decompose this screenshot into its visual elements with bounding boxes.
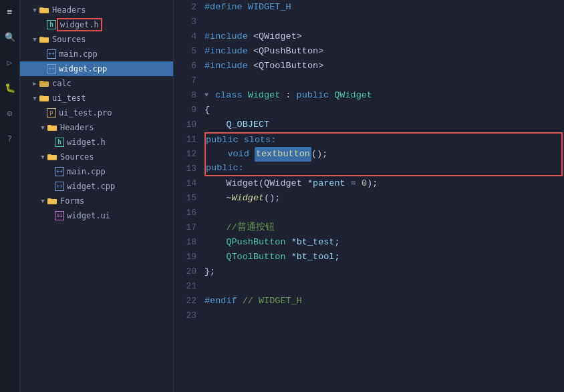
code-line: Widget(QWidget *parent = 0); xyxy=(204,176,564,191)
activity-bar: ≡ 🔍 ▷ 🐛 ⚙ ? xyxy=(0,0,20,392)
line-number: 22 xyxy=(176,294,196,309)
token: public slots: xyxy=(206,133,276,148)
debug-icon[interactable]: 🐛 xyxy=(3,80,17,95)
tree-item-calc[interactable]: ▶calc xyxy=(20,76,173,91)
code-line: #include <QWidget> xyxy=(204,29,564,44)
token: <QToolButton> xyxy=(253,59,323,73)
token: = xyxy=(345,176,362,191)
token: Widget(QWidget xyxy=(204,176,307,191)
folder-closed-icon xyxy=(39,78,49,89)
svg-rect-5 xyxy=(39,37,49,42)
file-explorer: ▼Headershwidget.h▼Sources++main.cpp++wid… xyxy=(20,0,174,392)
tree-item-ui-test-pro[interactable]: pui_test.pro xyxy=(20,106,173,120)
line-number: 18 xyxy=(176,235,196,250)
token: #include xyxy=(204,44,253,59)
pro-icon: p xyxy=(47,108,56,118)
tree-label: ui_test xyxy=(52,93,86,103)
tree-label: widget.h xyxy=(59,20,100,29)
tree-label: calc xyxy=(52,79,72,88)
code-line xyxy=(204,279,564,294)
tree-item-widget-h-top[interactable]: hwidget.h xyxy=(20,17,173,32)
svg-rect-7 xyxy=(39,81,49,87)
tree-item-main-cpp-top[interactable]: ++main.cpp xyxy=(20,47,173,61)
code-line: ▼ class Widget : public QWidget xyxy=(204,88,564,103)
line-number: 14 xyxy=(176,176,196,191)
tree-label: Headers xyxy=(52,5,86,15)
token: (); xyxy=(311,147,327,162)
line-number: 3 xyxy=(176,15,196,29)
run-icon[interactable]: ▷ xyxy=(3,55,17,69)
search-icon[interactable]: 🔍 xyxy=(3,29,17,44)
tree-label: Forms xyxy=(60,196,84,206)
settings-icon[interactable]: ⚙ xyxy=(3,106,17,120)
folder-open-icon xyxy=(39,93,49,104)
code-line: QToolButton *bt_tool; xyxy=(204,250,564,264)
code-line: #define WIDGET_H xyxy=(204,0,564,15)
svg-rect-16 xyxy=(47,155,57,160)
tree-item-headers-top[interactable]: ▼Headers xyxy=(20,3,173,17)
line-number: 19 xyxy=(176,250,196,264)
svg-rect-19 xyxy=(47,199,57,204)
token: 0 xyxy=(362,176,367,191)
token: #define WIDGET_H xyxy=(204,0,291,15)
h-icon: h xyxy=(55,138,64,147)
line-number: 2 xyxy=(176,0,196,15)
token: #endif xyxy=(204,294,243,309)
tree-label: Sources xyxy=(60,152,94,162)
editor-area: 234567891011121314151617181920212223 #de… xyxy=(174,0,564,392)
tree-item-sources-top[interactable]: ▼Sources xyxy=(20,32,173,47)
code-line: public slots: xyxy=(204,132,563,147)
line-number: 16 xyxy=(176,206,196,220)
code-line: { xyxy=(204,103,564,118)
code-line: void textbutton(); xyxy=(204,147,563,162)
token: ~ xyxy=(204,191,232,206)
line-number: 23 xyxy=(176,309,196,323)
folder-open-icon xyxy=(47,196,57,206)
token: }; xyxy=(204,264,215,279)
token: QWidget xyxy=(334,88,372,103)
fold-arrow-icon[interactable]: ▼ xyxy=(204,88,213,103)
token: : xyxy=(280,88,296,103)
folder-open-icon xyxy=(47,152,57,162)
tree-label: widget.cpp xyxy=(67,182,115,191)
token: (); xyxy=(264,191,280,206)
code-line xyxy=(204,309,564,323)
tree-label: widget.ui xyxy=(67,211,110,220)
code-line: public: xyxy=(204,162,563,176)
token: <QPushButton> xyxy=(253,44,323,59)
token: class xyxy=(215,88,248,103)
token: Widget xyxy=(232,191,265,206)
code-line: }; xyxy=(204,264,564,279)
tree-item-sources-2[interactable]: ▼Sources xyxy=(20,150,173,164)
tree-item-ui-test[interactable]: ▼ui_test xyxy=(20,91,173,106)
tree-item-widget-h-2[interactable]: hwidget.h xyxy=(20,135,173,150)
code-container: 234567891011121314151617181920212223 #de… xyxy=(174,0,564,392)
tree-item-main-cpp-2[interactable]: ++main.cpp xyxy=(20,164,173,179)
files-icon[interactable]: ≡ xyxy=(3,4,17,19)
help-icon[interactable]: ? xyxy=(3,131,17,146)
tree-item-headers-2[interactable]: ▼Headers xyxy=(20,120,173,135)
code-content[interactable]: #define WIDGET_H #include <QWidget>#incl… xyxy=(202,0,564,392)
token: //普通按钮 xyxy=(204,220,275,235)
line-number: 7 xyxy=(176,73,196,88)
token: public xyxy=(297,88,335,103)
code-line: Q_OBJECT xyxy=(204,118,564,132)
code-line: #include <QPushButton> xyxy=(204,44,564,59)
line-number: 15 xyxy=(176,191,196,206)
code-line xyxy=(204,73,564,88)
line-number: 9 xyxy=(176,103,196,118)
line-number: 4 xyxy=(176,29,196,44)
tree-item-forms[interactable]: ▼Forms xyxy=(20,194,173,208)
tree-item-widget-cpp-2[interactable]: ++widget.cpp xyxy=(20,179,173,194)
svg-rect-13 xyxy=(47,126,57,130)
ui-icon: ui xyxy=(55,211,64,220)
tree-label: Sources xyxy=(52,35,86,44)
tree-item-widget-cpp-top[interactable]: ++widget.cpp xyxy=(20,61,173,76)
line-number: 5 xyxy=(176,44,196,59)
line-number: 21 xyxy=(176,279,196,294)
file-tree: ▼Headershwidget.h▼Sources++main.cpp++wid… xyxy=(20,0,173,392)
tree-item-widget-ui[interactable]: uiwidget.ui xyxy=(20,208,173,223)
tree-label: Headers xyxy=(60,123,94,132)
code-line: ~Widget(); xyxy=(204,191,564,206)
token: *bt_test; xyxy=(291,235,340,250)
